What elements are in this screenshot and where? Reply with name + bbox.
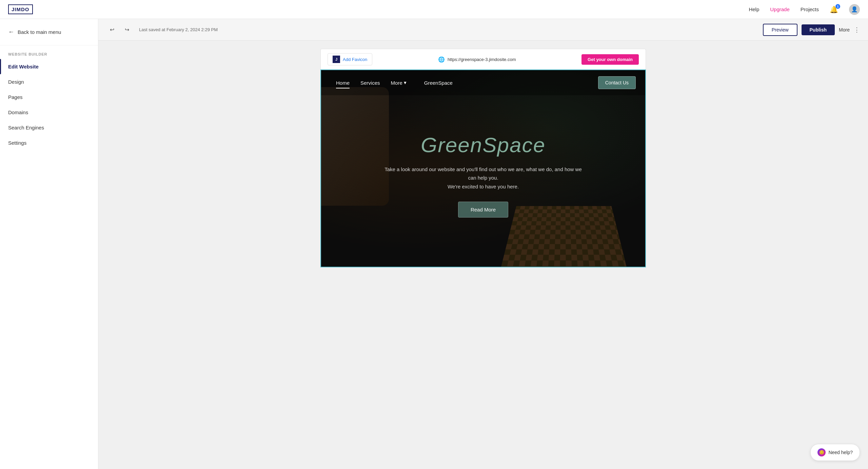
sidebar-item-domains[interactable]: Domains xyxy=(0,105,98,120)
sidebar-item-pages[interactable]: Pages xyxy=(0,89,98,105)
website-frame-wrapper: J Add Favicon 🌐 https://greenspace-3.jim… xyxy=(320,49,646,461)
sidebar: ← Back to main menu WEBSITE BUILDER Edit… xyxy=(0,19,98,469)
more-dots-button[interactable]: ⋮ xyxy=(854,26,860,34)
back-arrow-icon: ← xyxy=(8,28,14,36)
preview-button[interactable]: Preview xyxy=(763,24,797,36)
back-to-main-menu[interactable]: ← Back to main menu xyxy=(0,19,98,45)
main-content: ↩ ↪ Last saved at February 2, 2024 2:29 … xyxy=(98,19,868,469)
hero-subtitle-line2: We're excited to have you here. xyxy=(448,184,519,189)
website-nav-more[interactable]: More ▾ xyxy=(386,77,412,88)
redo-button[interactable]: ↪ xyxy=(121,24,132,35)
hero-title: GreenSpace xyxy=(381,133,585,157)
need-help-label: Need help? xyxy=(828,450,853,455)
website-hero[interactable]: GreenSpace Take a look around our websit… xyxy=(321,70,645,267)
nav-help[interactable]: Help xyxy=(749,6,759,12)
need-help-button[interactable]: 😊 Need help? xyxy=(810,444,860,461)
last-saved-text: Last saved at February 2, 2024 2:29 PM xyxy=(139,27,218,32)
chevron-down-icon: ▾ xyxy=(404,80,407,86)
domain-url-text: https://greenspace-3.jimdosite.com xyxy=(448,57,516,62)
get-own-domain-button[interactable]: Get your own domain xyxy=(581,54,639,65)
website-nav-brand[interactable]: GreenSpace xyxy=(419,77,458,88)
help-avatar-icon: 😊 xyxy=(817,448,826,456)
more-text-button[interactable]: More xyxy=(839,27,850,33)
domain-url-section: 🌐 https://greenspace-3.jimdosite.com xyxy=(438,56,516,63)
hero-read-more-button[interactable]: Read More xyxy=(458,202,508,218)
sidebar-item-search-engines[interactable]: Search Engines xyxy=(0,120,98,135)
nav-upgrade[interactable]: Upgrade xyxy=(770,6,790,12)
website-nav-home[interactable]: Home xyxy=(331,77,355,88)
user-avatar[interactable]: 👤 xyxy=(849,4,860,15)
sidebar-item-design[interactable]: Design xyxy=(0,74,98,89)
sidebar-section-label: WEBSITE BUILDER xyxy=(0,45,98,59)
toolbar-left: ↩ ↪ Last saved at February 2, 2024 2:29 … xyxy=(106,24,218,35)
hero-subtitle-line1: Take a look around our website and you'l… xyxy=(384,166,582,181)
undo-button[interactable]: ↩ xyxy=(106,24,117,35)
toolbar-right: Preview Publish More ⋮ xyxy=(763,24,860,36)
sidebar-item-settings[interactable]: Settings xyxy=(0,135,98,150)
app-layout: ← Back to main menu WEBSITE BUILDER Edit… xyxy=(0,19,868,469)
globe-icon: 🌐 xyxy=(438,56,445,63)
editor-toolbar: ↩ ↪ Last saved at February 2, 2024 2:29 … xyxy=(98,19,868,41)
top-bar: JIMDO Help Upgrade Projects 🔔 1 👤 xyxy=(0,0,868,19)
add-favicon-button[interactable]: J Add Favicon xyxy=(328,53,372,65)
top-nav: Help Upgrade Projects 🔔 1 👤 xyxy=(749,4,860,15)
domain-bar: J Add Favicon 🌐 https://greenspace-3.jim… xyxy=(320,49,646,69)
back-label: Back to main menu xyxy=(18,29,61,35)
jimdo-logo[interactable]: JIMDO xyxy=(8,4,33,14)
publish-button[interactable]: Publish xyxy=(802,24,835,35)
hero-content: GreenSpace Take a look around our websit… xyxy=(368,106,598,231)
canvas-area: J Add Favicon 🌐 https://greenspace-3.jim… xyxy=(98,41,868,469)
notifications-bell[interactable]: 🔔 1 xyxy=(830,5,838,14)
nav-projects[interactable]: Projects xyxy=(801,6,819,12)
website-nav-cta-button[interactable]: Contact Us xyxy=(598,76,636,89)
website-nav-links: Home Services More ▾ GreenSpace xyxy=(331,77,458,88)
website-nav-services[interactable]: Services xyxy=(355,77,386,88)
website-nav: Home Services More ▾ GreenSpace xyxy=(321,70,645,95)
website-preview: 👁 🏷 📋 ⋮ xyxy=(320,69,646,267)
favicon-icon: J xyxy=(333,56,340,63)
notification-count: 1 xyxy=(835,4,840,9)
sidebar-item-edit-website[interactable]: Edit Website xyxy=(0,59,98,74)
hero-subtitle: Take a look around our website and you'l… xyxy=(381,165,585,191)
